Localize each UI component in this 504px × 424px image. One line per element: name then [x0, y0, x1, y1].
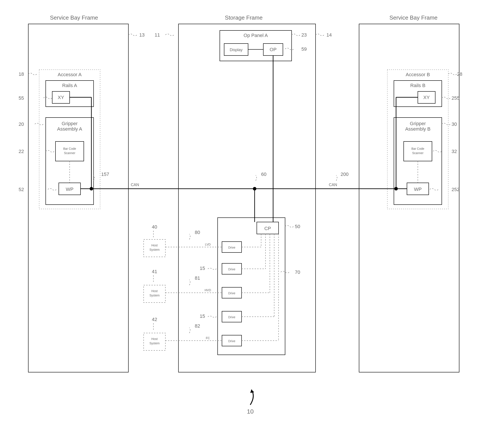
- ref-scanner-b: 32: [452, 149, 457, 154]
- bus-lvd: LVD: [205, 243, 211, 246]
- diagram: Service Bay Frame Storage Frame Service …: [0, 0, 504, 424]
- rails-b-xy-label: XY: [423, 95, 430, 100]
- svg-text:Drive: Drive: [228, 315, 236, 319]
- svg-point-12: [394, 187, 398, 190]
- op-display-label: Display: [230, 48, 243, 52]
- bus-fc: FC: [206, 336, 210, 340]
- gripper-b-title-line1: Gripper: [410, 121, 426, 126]
- ref-rails-b: 255: [452, 95, 460, 101]
- cp-label: CP: [264, 226, 271, 231]
- frame-center: [178, 24, 316, 372]
- ref-rails-a: 55: [19, 95, 24, 101]
- ref-host-1: 40: [152, 224, 157, 230]
- svg-text:Drive: Drive: [228, 268, 236, 271]
- ref-cp-lines: 70: [295, 269, 300, 275]
- bus-hvd: HVD: [205, 288, 211, 292]
- ref-scanner-a: 22: [19, 149, 24, 154]
- gripper-b-title-line2: Assembly B: [405, 126, 430, 132]
- gripper-a-title-line2: Assembly A: [57, 126, 82, 132]
- svg-text:Host: Host: [151, 243, 158, 247]
- ref-bus-left: 157: [101, 172, 109, 177]
- svg-text:Drive: Drive: [228, 339, 236, 343]
- accessor-b-title: Accessor B: [406, 72, 430, 77]
- can-label-left: CAN: [131, 183, 139, 187]
- ref-gripper-a: 20: [19, 121, 24, 127]
- ref-bus-center: 60: [261, 172, 266, 177]
- svg-text:System: System: [149, 294, 160, 297]
- ref-host-3: 42: [152, 317, 157, 322]
- ref-op: 59: [301, 46, 307, 52]
- scanner-b-l1: Bar Code: [411, 147, 424, 150]
- scanner-a-l1: Bar Code: [63, 147, 76, 150]
- wp-b-label: WP: [414, 187, 422, 192]
- can-label-right: CAN: [329, 183, 337, 187]
- accessor-a-title: Accessor A: [58, 72, 82, 77]
- op-label: OP: [270, 47, 277, 52]
- ref-drive-b: 15: [200, 313, 205, 319]
- svg-text:System: System: [149, 342, 160, 345]
- ref-op-panel: 23: [301, 32, 307, 38]
- ref-frame-right: 14: [326, 32, 332, 38]
- rails-a-xy-label: XY: [58, 95, 64, 100]
- gripper-a-title-line1: Gripper: [62, 121, 77, 126]
- ref-bus-hvd: 81: [195, 275, 200, 281]
- svg-marker-43: [250, 390, 254, 393]
- ref-wp-a: 52: [19, 187, 24, 192]
- svg-text:Drive: Drive: [228, 292, 236, 295]
- svg-text:Host: Host: [151, 289, 158, 293]
- drives: Drive Drive Drive Drive Drive: [222, 242, 242, 346]
- svg-text:System: System: [149, 248, 160, 251]
- frame-center-title: Storage Frame: [225, 14, 262, 21]
- rails-a-title: Rails A: [62, 83, 77, 88]
- ref-frame-center: 11: [155, 32, 160, 38]
- ref-frame-left: 13: [139, 32, 144, 38]
- scanner-b-l2: Scanner: [412, 151, 423, 155]
- ref-cp: 50: [295, 224, 300, 229]
- ref-bus-lvd: 80: [195, 230, 200, 235]
- ref-gripper-b: 30: [452, 121, 457, 127]
- ref-drive-a: 15: [200, 266, 205, 271]
- svg-text:Drive: Drive: [228, 246, 236, 249]
- svg-point-10: [90, 187, 93, 190]
- drive-bay: [218, 218, 285, 355]
- scanner-a-l2: Scanner: [64, 151, 75, 155]
- frame-right-title: Service Bay Frame: [389, 14, 437, 21]
- ref-bus-right: 200: [341, 172, 349, 177]
- ref-wp-b: 252: [452, 187, 460, 192]
- ref-figure: 10: [247, 408, 254, 415]
- op-panel-title: Op Panel A: [243, 33, 268, 38]
- rails-b-title: Rails B: [410, 83, 425, 88]
- ref-host-2: 41: [152, 269, 157, 274]
- ref-accessor-a: 18: [19, 71, 24, 77]
- svg-text:Host: Host: [151, 337, 158, 341]
- ref-bus-fc: 82: [195, 323, 200, 329]
- wp-a-label: WP: [66, 187, 73, 192]
- ref-accessor-b: 28: [457, 71, 462, 77]
- frame-left-title: Service Bay Frame: [50, 14, 98, 21]
